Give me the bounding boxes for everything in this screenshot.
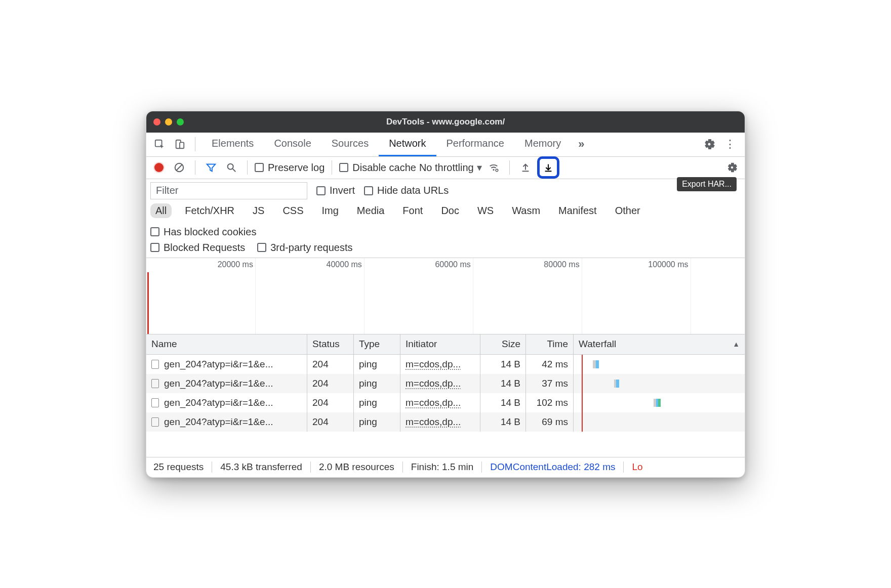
request-type: ping	[354, 393, 400, 412]
hide-data-urls-checkbox[interactable]: Hide data URLs	[364, 185, 449, 196]
titlebar: DevTools - www.google.com/	[146, 111, 745, 133]
invert-label: Invert	[330, 185, 355, 196]
file-icon	[151, 417, 159, 427]
tab-console[interactable]: Console	[264, 133, 321, 156]
column-header-waterfall[interactable]: Waterfall ▲	[574, 334, 745, 354]
preserve-log-checkbox[interactable]: Preserve log	[255, 162, 325, 174]
search-icon[interactable]	[223, 159, 240, 176]
filter-bar: Filter Invert Hide data URLs AllFetch/XH…	[146, 179, 745, 258]
status-requests: 25 requests	[153, 461, 212, 473]
timeline-tick-label: 20000 ms	[218, 260, 255, 269]
tab-network[interactable]: Network	[379, 133, 436, 156]
request-name: gen_204?atyp=i&r=1&e...	[164, 397, 273, 408]
request-size: 14 B	[480, 374, 526, 393]
request-size: 14 B	[480, 393, 526, 412]
filter-input[interactable]: Filter	[150, 182, 307, 199]
filter-chip-font[interactable]: Font	[397, 203, 428, 218]
tab-elements[interactable]: Elements	[201, 133, 264, 156]
separator	[332, 160, 332, 175]
request-type: ping	[354, 412, 400, 432]
column-header-initiator[interactable]: Initiator	[400, 334, 480, 354]
waterfall-cell	[579, 374, 740, 393]
chevron-down-icon: ▾	[477, 161, 482, 174]
tab-performance[interactable]: Performance	[436, 133, 515, 156]
toggle-device-toolbar-icon[interactable]	[171, 135, 189, 153]
import-har-icon[interactable]	[517, 159, 534, 176]
throttling-select[interactable]: No throttling ▾	[419, 161, 482, 174]
filter-chip-img[interactable]: Img	[317, 203, 344, 218]
close-window-button[interactable]	[153, 118, 160, 125]
blocked-requests-checkbox[interactable]: Blocked Requests	[150, 242, 245, 254]
request-initiator[interactable]: m=cdos,dp...	[406, 378, 461, 389]
filter-chip-wasm[interactable]: Wasm	[507, 203, 545, 218]
table-row[interactable]: gen_204?atyp=i&r=1&e...204pingm=cdos,dp.…	[146, 412, 745, 432]
export-har-icon[interactable]	[541, 160, 556, 175]
request-name: gen_204?atyp=i&r=1&e...	[164, 359, 273, 370]
svg-point-7	[493, 169, 494, 171]
inspect-element-icon[interactable]	[150, 135, 169, 153]
request-initiator[interactable]: m=cdos,dp...	[406, 397, 461, 408]
filter-chip-ws[interactable]: WS	[472, 203, 499, 218]
minimize-window-button[interactable]	[165, 118, 172, 125]
table-row[interactable]: gen_204?atyp=i&r=1&e...204pingm=cdos,dp.…	[146, 355, 745, 374]
request-time: 42 ms	[526, 355, 574, 374]
network-conditions-icon[interactable]	[485, 159, 502, 176]
column-header-status[interactable]: Status	[307, 334, 354, 354]
filter-chip-doc[interactable]: Doc	[436, 203, 464, 218]
filter-chip-other[interactable]: Other	[610, 203, 645, 218]
timeline-tick-label: 60000 ms	[435, 260, 472, 269]
zoom-window-button[interactable]	[177, 118, 184, 125]
file-icon	[151, 379, 159, 388]
waterfall-cell	[579, 393, 740, 412]
more-tabs-button[interactable]: »	[573, 138, 589, 151]
tab-sources[interactable]: Sources	[321, 133, 379, 156]
file-icon	[151, 398, 159, 407]
filter-chip-css[interactable]: CSS	[277, 203, 308, 218]
separator	[247, 160, 248, 175]
network-toolbar: Preserve log Disable cache No throttling…	[146, 157, 745, 179]
request-status: 204	[307, 355, 354, 374]
filter-chip-media[interactable]: Media	[352, 203, 389, 218]
table-body: gen_204?atyp=i&r=1&e...204pingm=cdos,dp.…	[146, 355, 745, 457]
request-time: 102 ms	[526, 393, 574, 412]
requests-table: Name Status Type Initiator Size Time Wat…	[146, 334, 745, 457]
timeline-tick-label: 100000 ms	[648, 260, 690, 269]
svg-point-5	[228, 164, 233, 170]
table-row[interactable]: gen_204?atyp=i&r=1&e...204pingm=cdos,dp.…	[146, 374, 745, 393]
third-party-requests-checkbox[interactable]: 3rd-party requests	[257, 242, 352, 254]
network-settings-icon[interactable]	[723, 159, 741, 176]
has-blocked-cookies-checkbox[interactable]: Has blocked cookies	[150, 226, 256, 238]
filter-chip-fetch-xhr[interactable]: Fetch/XHR	[180, 203, 239, 218]
request-time: 37 ms	[526, 374, 574, 393]
blocked-requests-label: Blocked Requests	[164, 242, 245, 254]
request-initiator[interactable]: m=cdos,dp...	[406, 416, 461, 428]
panel-tabs-row: ElementsConsoleSourcesNetworkPerformance…	[146, 133, 745, 157]
tab-memory[interactable]: Memory	[514, 133, 571, 156]
column-header-time[interactable]: Time	[526, 334, 574, 354]
timeline-overview[interactable]: 20000 ms40000 ms60000 ms80000 ms100000 m…	[146, 258, 745, 334]
timeline-start-marker	[147, 272, 149, 334]
export-har-highlight	[537, 156, 559, 179]
request-initiator[interactable]: m=cdos,dp...	[406, 359, 461, 370]
invert-checkbox[interactable]: Invert	[316, 185, 355, 196]
column-header-type[interactable]: Type	[354, 334, 400, 354]
resource-type-filters: AllFetch/XHRJSCSSImgMediaFontDocWSWasmMa…	[150, 203, 741, 238]
svg-line-6	[233, 169, 236, 172]
disable-cache-checkbox[interactable]: Disable cache	[339, 162, 416, 174]
hide-data-urls-label: Hide data URLs	[377, 185, 449, 196]
filter-chip-js[interactable]: JS	[248, 203, 269, 218]
request-status: 204	[307, 393, 354, 412]
filter-chip-all[interactable]: All	[150, 203, 172, 218]
record-button[interactable]	[150, 159, 168, 176]
column-header-size[interactable]: Size	[480, 334, 526, 354]
request-type: ping	[354, 355, 400, 374]
disable-cache-label: Disable cache	[352, 162, 416, 174]
table-row[interactable]: gen_204?atyp=i&r=1&e...204pingm=cdos,dp.…	[146, 393, 745, 412]
column-header-name[interactable]: Name	[146, 334, 307, 354]
filter-chip-manifest[interactable]: Manifest	[553, 203, 602, 218]
settings-icon[interactable]	[700, 135, 718, 153]
clear-icon[interactable]	[171, 159, 188, 176]
preserve-log-label: Preserve log	[268, 162, 325, 174]
filter-icon[interactable]	[202, 159, 220, 176]
more-options-icon[interactable]: ⋮	[720, 138, 740, 151]
